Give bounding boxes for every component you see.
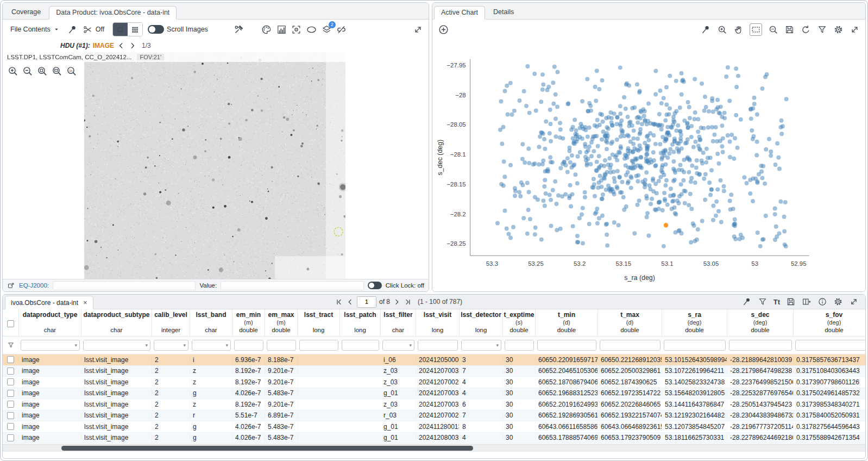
table-filter-icon[interactable] [758,297,768,307]
stretch-histogram-icon[interactable] [276,24,287,35]
lsst_band-filter[interactable]: ▾ [192,340,231,351]
scrollbar-thumb[interactable] [61,446,473,451]
column-header-lsst_tract[interactable]: lsst_tractlong [298,309,340,336]
table-row[interactable]: imagelsst.visit_image2g4.026e-75.483e-7g… [3,421,865,433]
lsst_visit-filter[interactable] [418,340,458,351]
column-header-s_dec[interactable]: s_dec(deg)double [727,309,794,336]
dataproduct_subtype-filter[interactable]: ▾ [83,340,150,351]
row-checkbox[interactable] [7,434,14,441]
chart-zoom-in-icon[interactable] [717,24,727,35]
column-header-t_max[interactable]: t_max(d)double [598,309,662,336]
unlink-icon[interactable] [336,24,347,35]
table-row[interactable]: imagelsst.visit_image2g4.026e-75.483e-7g… [3,433,865,444]
t_max-filter[interactable] [600,340,661,351]
table-row[interactable]: imagelsst.visit_image2i6.936e-78.188e-7i… [3,354,865,366]
pan-hand-icon[interactable] [733,24,744,35]
column-header-lsst_patch[interactable]: lsst_patchlong [340,309,381,336]
pin-chart-icon[interactable] [701,24,711,35]
page-input[interactable] [357,296,376,308]
column-header-lsst_filter[interactable]: lsst_filterchar [381,309,416,336]
chart-restore-icon[interactable] [801,24,811,35]
fits-image[interactable] [84,52,345,279]
grid-view-button[interactable] [128,23,142,36]
column-header-dataproduct_subtype[interactable]: dataproduct_subtypechar [81,309,152,336]
chart-filter-icon[interactable] [817,24,827,35]
t_exptime-filter[interactable] [505,340,534,351]
tab-data-product[interactable]: Data Product: ivoa.ObsCore - data-int [49,6,177,20]
table-settings-icon[interactable] [833,297,843,307]
tab-coverage[interactable]: Coverage [4,5,48,19]
cutout-control[interactable]: Off [83,24,104,35]
select-all-checkbox[interactable] [7,320,14,327]
scroll-images-toggle[interactable] [148,25,164,34]
table-row[interactable]: imagelsst.visit_image2z8.192e-79.201e-7z… [3,399,865,410]
column-header-lsst_band[interactable]: lsst_bandchar [190,309,232,336]
em_max-filter[interactable] [267,340,296,351]
last-page-icon[interactable] [404,298,412,306]
column-header-em_max[interactable]: em_max(m)double [265,309,298,336]
lsst_detector-filter[interactable]: ▾ [461,340,501,351]
next-page-icon[interactable] [393,298,401,306]
pin-table-icon[interactable] [742,297,752,307]
hdu-next-icon[interactable] [128,41,137,50]
column-header-em_min[interactable]: em_min(m)double [232,309,265,336]
lsst_filter-filter[interactable]: ▾ [382,340,414,351]
zoom-fill-icon[interactable] [51,65,62,77]
table-row[interactable]: imagelsst.visit_image2g4.026e-75.483e-7g… [3,388,865,400]
column-header-dataproduct_type[interactable]: dataproduct_typechar [19,309,81,336]
recenter-icon[interactable] [291,24,301,35]
file-contents-dropdown[interactable]: File Contents [8,24,62,34]
row-checkbox[interactable] [7,378,14,385]
add-chart-icon[interactable] [438,24,449,35]
row-checkbox[interactable] [7,367,14,375]
column-header-t_min[interactable]: t_min(d)double [536,309,598,336]
close-icon[interactable]: × [83,299,87,306]
table-row[interactable]: imagelsst.visit_image2r5.51e-76.891e-7r_… [3,410,865,422]
single-view-button[interactable] [113,23,128,36]
click-lock-toggle[interactable] [368,282,382,289]
calib_level-filter[interactable]: ▾ [154,340,188,351]
zoom-in-icon[interactable] [7,65,18,77]
coord-system-label[interactable]: EQ-J2000: [19,282,49,289]
table-row[interactable]: imagelsst.visit_image2z8.192e-79.201e-7z… [3,377,865,388]
text-view-icon[interactable]: Tt [773,298,780,306]
column-header-s_fov[interactable]: s_fov(deg)double [794,309,865,336]
select-area-tool-active[interactable] [750,23,762,36]
row-checkbox[interactable] [7,412,14,419]
s_fov-filter[interactable] [795,340,865,351]
scatter-chart[interactable]: −27.95−28−28.05−28.1−28.15−28.2−28.2553.… [432,39,865,291]
prev-page-icon[interactable] [346,298,354,306]
row-checkbox[interactable] [7,390,14,397]
table-expand-icon[interactable] [849,297,859,307]
table-row[interactable]: imagelsst.visit_image2z8.192e-79.201e-7z… [3,366,865,377]
s_dec-filter[interactable] [729,340,792,351]
row-checkbox[interactable] [7,401,14,408]
chart-zoom-original-icon[interactable] [768,24,778,35]
hdu-prev-icon[interactable] [117,41,125,50]
color-palette-icon[interactable] [261,24,272,35]
tab-active-chart[interactable]: Active Chart [434,6,485,20]
column-header-s_ra[interactable]: s_ra(deg)double [662,309,727,336]
chart-settings-icon[interactable] [833,24,844,35]
expand-icon[interactable] [413,24,423,35]
layers-control[interactable]: 2 [322,24,332,35]
row-checkbox[interactable] [7,423,14,430]
chart-save-icon[interactable] [784,24,795,35]
lsst_patch-filter[interactable] [342,340,379,351]
horizontal-scrollbar[interactable] [3,444,865,452]
column-header-calib_level[interactable]: calib_levelinteger [152,309,190,336]
ellipse-select-icon[interactable] [306,24,317,35]
add-column-icon[interactable] [802,297,812,307]
zoom-out-icon[interactable] [22,65,33,77]
zoom-1x-icon[interactable] [66,65,77,77]
table-save-icon[interactable] [786,297,796,307]
column-header-lsst_detector[interactable]: lsst_detectorlong [460,309,503,336]
dataproduct_type-filter[interactable]: ▾ [21,340,80,351]
tab-details[interactable]: Details [486,5,521,19]
zoom-fit-icon[interactable] [36,65,48,77]
column-header-t_exptime[interactable]: t_exptime(s)double [503,309,536,336]
external-link-icon[interactable] [7,282,15,290]
t_min-filter[interactable] [537,340,596,351]
pin-icon[interactable] [67,24,78,35]
row-checkbox[interactable] [7,356,14,363]
